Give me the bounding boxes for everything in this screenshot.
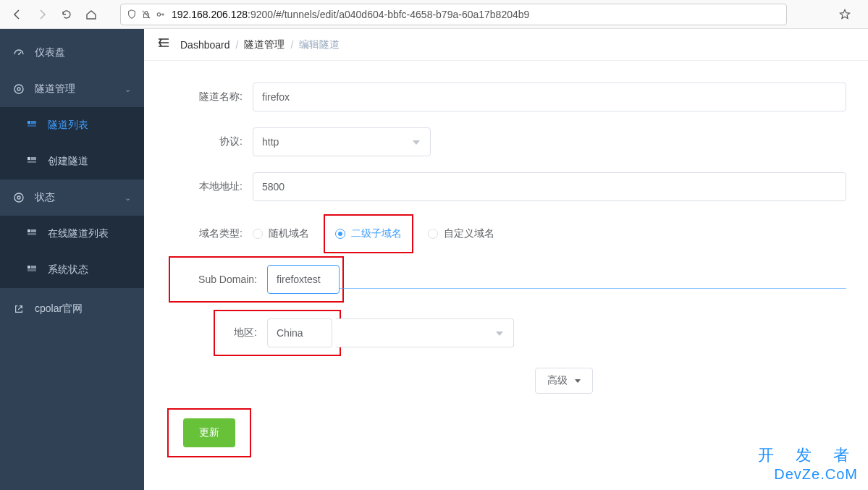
url-bar[interactable]: 192.168.206.128:9200/#/tunnels/edit/a040… <box>120 4 787 25</box>
radio-label: 自定义域名 <box>444 227 494 240</box>
target-icon <box>13 192 25 203</box>
input-tunnel-name[interactable] <box>262 91 837 103</box>
input-local-addr-wrap <box>253 172 846 201</box>
label-subdomain: Sub Domain: <box>166 274 267 285</box>
advanced-toggle-button[interactable]: 高级 <box>535 368 593 394</box>
radio-label: 随机域名 <box>269 227 309 240</box>
svg-rect-18 <box>28 269 36 271</box>
label-domain-type: 域名类型: <box>166 227 253 240</box>
select-region[interactable] <box>336 318 514 347</box>
breadcrumb-root[interactable]: Dashboard <box>180 39 230 51</box>
svg-rect-17 <box>31 266 36 269</box>
sidebar-item-create-tunnel[interactable]: 创建隧道 <box>0 143 144 179</box>
row-protocol: 协议: http <box>166 127 846 156</box>
sidebar-item-tunnel-list[interactable]: 隧道列表 <box>0 107 144 143</box>
sidebar-item-online-tunnels[interactable]: 在线隧道列表 <box>0 216 144 252</box>
breadcrumb-current: 编辑隧道 <box>299 38 340 51</box>
radio-group-domain-type: 随机域名 二级子域名 自定义域名 <box>253 223 494 245</box>
svg-rect-7 <box>28 124 36 127</box>
row-region: 地区: China <box>166 314 846 352</box>
svg-rect-6 <box>31 121 36 124</box>
label-protocol: 协议: <box>166 135 253 148</box>
watermark-line2: DevZe.CoM <box>758 466 858 483</box>
svg-rect-16 <box>28 266 30 269</box>
svg-rect-8 <box>28 157 30 160</box>
nav-back-button[interactable] <box>7 4 28 25</box>
row-local-addr: 本地地址: <box>166 172 846 201</box>
label-tunnel-name: 隧道名称: <box>166 90 253 104</box>
radio-random-domain[interactable]: 随机域名 <box>253 227 309 240</box>
row-submit: 更新 <box>154 408 846 457</box>
bookmark-star-button[interactable] <box>835 4 855 25</box>
permissions-icon <box>156 9 166 20</box>
select-protocol[interactable]: http <box>253 127 431 156</box>
url-text: 192.168.206.128:9200/#/tunnels/edit/a040… <box>172 9 780 20</box>
svg-rect-14 <box>31 229 36 232</box>
topbar: Dashboard / 隧道管理 / 编辑隧道 <box>144 29 868 61</box>
sidebar: 仪表盘 隧道管理 ⌄ 隧道列表 创建隧道 状态 ⌄ <box>0 29 144 490</box>
svg-rect-10 <box>28 161 36 163</box>
gauge-icon <box>13 47 25 59</box>
sidebar-item-tunnel-mgmt[interactable]: 隧道管理 ⌄ <box>0 71 144 107</box>
sidebar-item-label: 状态 <box>35 191 55 204</box>
shield-icon <box>127 9 137 20</box>
sidebar-item-system-status[interactable]: 系统状态 <box>0 252 144 288</box>
sidebar-item-cpolar-site[interactable]: cpolar官网 <box>0 291 144 327</box>
sidebar-item-label: 隧道列表 <box>48 119 88 132</box>
label-region: 地区: <box>209 326 267 339</box>
select-protocol-value: http <box>262 136 279 148</box>
breadcrumb-sep: / <box>290 39 293 51</box>
input-local-addr[interactable] <box>262 181 837 193</box>
input-subdomain-wrap <box>267 265 340 294</box>
nav-forward-button[interactable] <box>32 4 52 25</box>
svg-rect-9 <box>31 157 36 160</box>
update-button[interactable]: 更新 <box>183 418 235 447</box>
external-link-icon <box>13 304 25 314</box>
svg-rect-5 <box>28 121 30 124</box>
row-subdomain: Sub Domain: <box>166 261 846 298</box>
sidebar-item-dashboard[interactable]: 仪表盘 <box>0 35 144 71</box>
menu-toggle-button[interactable] <box>157 36 170 53</box>
radio-subdomain[interactable]: 二级子域名 <box>335 227 402 240</box>
watermark-line1: 开 发 者 <box>758 444 858 466</box>
radio-circle-icon <box>428 229 438 239</box>
grid-icon <box>26 120 38 130</box>
breadcrumb-sep: / <box>236 39 239 51</box>
sidebar-item-status[interactable]: 状态 ⌄ <box>0 179 144 216</box>
svg-rect-13 <box>28 229 30 232</box>
svg-point-1 <box>157 12 160 15</box>
underline <box>340 288 846 289</box>
chevron-down-icon: ⌄ <box>125 85 131 94</box>
svg-point-3 <box>14 85 23 93</box>
svg-point-12 <box>17 196 20 199</box>
nav-reload-button[interactable] <box>56 4 77 25</box>
row-tunnel-name: 隧道名称: <box>166 83 846 111</box>
sidebar-item-label: cpolar官网 <box>35 303 83 316</box>
sidebar-item-label: 仪表盘 <box>35 46 65 59</box>
target-icon <box>13 83 25 95</box>
grid-icon <box>26 229 38 239</box>
sidebar-item-label: 隧道管理 <box>35 83 75 96</box>
row-advanced: 高级 <box>166 368 846 394</box>
radio-custom-domain[interactable]: 自定义域名 <box>428 227 494 240</box>
watermark: 开 发 者 DevZe.CoM <box>758 444 858 483</box>
url-security-icons <box>127 9 166 20</box>
browser-toolbar: 192.168.206.128:9200/#/tunnels/edit/a040… <box>0 0 868 29</box>
breadcrumb-mid[interactable]: 隧道管理 <box>244 38 285 51</box>
svg-rect-15 <box>28 233 36 235</box>
label-local-addr: 本地地址: <box>166 180 253 193</box>
input-tunnel-name-wrap <box>253 83 846 111</box>
nav-home-button[interactable] <box>81 4 101 25</box>
sidebar-item-label: 创建隧道 <box>48 155 88 168</box>
advanced-label: 高级 <box>547 374 568 387</box>
main-content: Dashboard / 隧道管理 / 编辑隧道 隧道名称: 协议: http <box>144 29 868 490</box>
form-area: 隧道名称: 协议: http 本地地址: 域名类型: <box>144 61 868 479</box>
region-value-box: China <box>267 318 332 347</box>
input-subdomain[interactable] <box>277 274 330 285</box>
svg-point-2 <box>18 54 20 55</box>
grid-icon <box>26 265 38 275</box>
row-domain-type: 域名类型: 随机域名 二级子域名 自 <box>166 223 846 245</box>
sidebar-item-label: 系统状态 <box>48 263 88 276</box>
region-value: China <box>277 327 303 339</box>
breadcrumb: Dashboard / 隧道管理 / 编辑隧道 <box>180 38 340 51</box>
